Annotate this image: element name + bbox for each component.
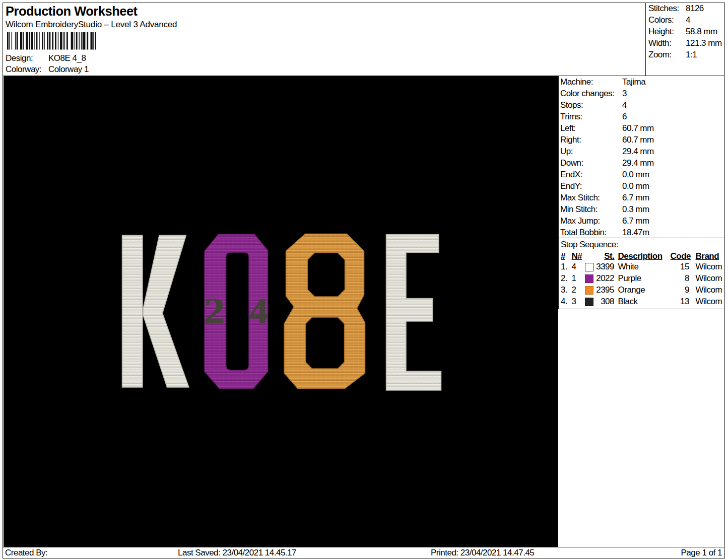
svg-text:2: 2 — [204, 290, 225, 330]
svg-text:4: 4 — [249, 291, 268, 330]
